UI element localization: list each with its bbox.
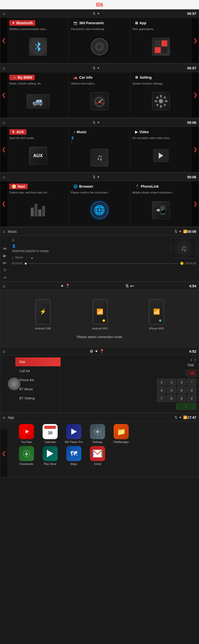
music-sub-icon1: 👤	[71, 136, 128, 139]
dial-menu-btsetting[interactable]: BT Setting	[15, 394, 60, 403]
dial-input-field[interactable]	[186, 370, 186, 376]
svg-rect-13	[156, 96, 158, 99]
cell-app[interactable]: ⊞ App Rich applications.	[130, 18, 192, 63]
music-skip-back-btn[interactable]: ⏮	[3, 246, 7, 251]
play-triangle	[159, 153, 163, 159]
dial-key-7[interactable]: 7	[157, 395, 166, 402]
dial-key-3[interactable]: 3	[177, 379, 186, 386]
apps-nav-left[interactable]: ❮	[0, 430, 7, 477]
svg-text:30: 30	[48, 431, 52, 435]
cell-browser[interactable]: 🌐 Browser Please confirm the connected..…	[69, 181, 130, 227]
cell-header-bluetooth: ✦ Bluetooth	[9, 20, 67, 26]
device-iphone-wifi[interactable]: 📶 iPhone WiFi	[149, 299, 164, 330]
app-mxplayer[interactable]: MX Player Pro	[64, 424, 84, 443]
apps-transfer-icon: ⇅	[175, 415, 177, 419]
cell-music[interactable]: ♪ Music 👤 ♪ ♫	[69, 127, 130, 172]
dial-delete-btn[interactable]: ⌫	[187, 370, 196, 377]
music-repeat-btn[interactable]: ↻	[3, 268, 7, 272]
carinfo-image	[71, 87, 128, 115]
nav-right-3[interactable]: ❯	[192, 127, 199, 172]
dial-menu-phonelist[interactable]: Phone list	[15, 376, 60, 385]
cell-panoramic[interactable]: 📷 360 Panoramic Panoramic view monitorin…	[69, 18, 130, 63]
app-youtube[interactable]: YouTube	[16, 424, 37, 443]
apps-panel-time: 17:47	[187, 415, 196, 419]
dial-key-star[interactable]: *	[187, 379, 196, 386]
dial-right-title: Dial	[63, 363, 196, 367]
dial-home-icon[interactable]: ⌂	[3, 349, 5, 354]
dial-key-5[interactable]: 5	[167, 387, 176, 394]
mxplayer-label: MX Player Pro	[65, 440, 83, 443]
page-title: ID6	[0, 0, 199, 9]
home-icon-1[interactable]: ⌂	[3, 11, 5, 16]
cell-video[interactable]: ▶ Video Do not watch video when drivi...	[130, 127, 192, 172]
dial-menu-dial[interactable]: Dial	[15, 357, 60, 367]
nav-left-4[interactable]: ❮	[0, 181, 7, 227]
cell-navi[interactable]: 🧭 Navi Online map, real time road con...	[7, 181, 69, 227]
phonelink-title: PhoneLink	[141, 184, 159, 188]
nav-right-2[interactable]: ❯	[192, 72, 199, 118]
svg-marker-22	[71, 429, 77, 435]
apps-wifi-icon: 📶	[183, 415, 187, 419]
music-progress-handle[interactable]	[25, 263, 27, 265]
conn-back-icon[interactable]: ↩	[130, 283, 134, 289]
nav-left-1[interactable]: ❮	[0, 18, 7, 63]
music-album-art: ♫	[171, 238, 196, 258]
music-progress-bar[interactable]	[25, 263, 178, 264]
dial-call-btn[interactable]: ✓	[176, 403, 196, 410]
conn-home-icon[interactable]: ⌂	[3, 284, 5, 288]
cell-phonelink[interactable]: 📱 PhoneLink Mobile phone screen interact…	[130, 181, 192, 227]
carinfo-label: 🚗 Car info	[71, 75, 95, 80]
dial-key-4[interactable]: 4	[157, 387, 166, 394]
nav-left-3[interactable]: ❮	[0, 127, 7, 172]
device-android-wifi[interactable]: 📶 Android WiFi	[92, 299, 108, 330]
app-cells-2: 🚗 My BMW Radio, vehicle setting, etc. 🚙 …	[7, 72, 192, 118]
dial-key-0[interactable]: 0	[187, 387, 196, 394]
app-downloads[interactable]: Downloads	[16, 446, 37, 465]
iphone-wifi-dot	[159, 319, 161, 322]
nav-right-1[interactable]: ❯	[192, 18, 199, 63]
home-icon-music[interactable]: ⌂	[3, 229, 5, 234]
carinfo-subtitle: Vehicle information.	[71, 82, 128, 85]
music-shuffle-btn[interactable]: ⇌	[3, 275, 7, 280]
dial-key-8[interactable]: 8	[167, 395, 176, 402]
cell-setting[interactable]: ⚙ Setting System function settings.	[130, 72, 192, 118]
cell-header-carinfo: 🚗 Car info	[71, 75, 128, 80]
dial-key-1[interactable]: 1	[157, 379, 166, 386]
music-skip-fwd-btn[interactable]: ⏭	[3, 261, 7, 265]
app-quad-icon	[152, 38, 170, 55]
app-settings[interactable]: Settings	[87, 424, 108, 443]
apps-home-icon[interactable]: ⌂	[3, 415, 5, 420]
dial-key-9[interactable]: 9	[177, 395, 186, 402]
home-icon-4[interactable]: ⌂	[3, 175, 5, 179]
dial-menu-btmusic[interactable]: BT Music	[15, 385, 60, 394]
android-wifi-dot	[103, 319, 105, 322]
header-icons-3: ⇅ ✦	[93, 121, 100, 124]
panel-header-music: ⌂ Music ⇅ ✦ 📶 00:09	[0, 228, 199, 236]
app-calendar[interactable]: 30 Calendar	[40, 424, 60, 443]
nav-right-4[interactable]: ❯	[192, 181, 199, 227]
nav-left-2[interactable]: ❮	[0, 72, 7, 118]
panoramic-subtitle: Panoramic view monitoring	[71, 27, 128, 31]
svg-rect-11	[155, 100, 157, 102]
header-icons-4: ⇅ ✦	[93, 175, 100, 179]
dial-key-hash[interactable]: #	[187, 395, 196, 402]
device-android-usb[interactable]: ⚡ Android USB	[35, 299, 51, 330]
music-play-btn[interactable]: ▶	[3, 253, 6, 258]
dial-key-2[interactable]: 2	[167, 379, 176, 386]
cell-mybmw[interactable]: 🚗 My BMW Radio, vehicle setting, etc. 🚙	[7, 72, 69, 118]
cell-header-aux: ↯ AUX	[9, 129, 67, 135]
app-maps[interactable]: 🗺 Maps	[64, 446, 84, 465]
dial-menu-calllist[interactable]: Call list	[15, 367, 60, 376]
cell-bluetooth[interactable]: ✦ Bluetooth Wireless communication equi.…	[7, 18, 69, 63]
cell-aux[interactable]: ↯ AUX Input the AUX audio. AUX	[7, 127, 69, 172]
home-icon-2[interactable]: ⌂	[3, 66, 5, 70]
home-icon-3[interactable]: ⌂	[3, 120, 5, 125]
app-filemanager[interactable]: 📁 FileManager	[111, 424, 131, 443]
setting-icon: ⚙	[135, 75, 138, 79]
app-playstore[interactable]: Play Store	[40, 446, 60, 465]
dial-key-6[interactable]: 6	[177, 387, 186, 394]
app-gmail[interactable]: Gmail	[87, 446, 108, 465]
cell-carinfo[interactable]: 🚗 Car info Vehicle information.	[69, 72, 130, 118]
aux-label: ↯ AUX	[9, 129, 26, 135]
conn-transfer-icon: ⇅	[125, 284, 129, 288]
